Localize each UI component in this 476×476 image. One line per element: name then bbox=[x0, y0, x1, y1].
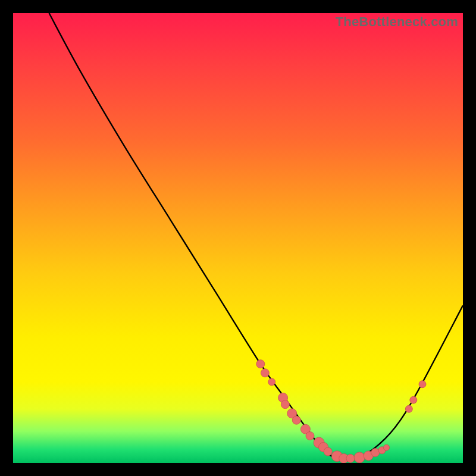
marker-dot bbox=[256, 360, 265, 368]
marker-dot bbox=[281, 400, 289, 409]
watermark-text: TheBottleneck.com bbox=[336, 14, 458, 30]
marker-dot bbox=[300, 424, 310, 434]
marker-dot bbox=[292, 416, 300, 424]
marker-dot bbox=[324, 447, 332, 456]
marker-dot bbox=[331, 451, 342, 462]
marker-dot bbox=[371, 449, 380, 457]
marker-dot bbox=[339, 453, 349, 463]
plot-area: TheBottleneck.com bbox=[13, 13, 463, 463]
marker-dot bbox=[268, 378, 275, 386]
marker-dot bbox=[354, 452, 365, 463]
bottleneck-curve bbox=[49, 13, 464, 461]
marker-dot bbox=[364, 451, 373, 461]
chart-viewport: { "watermark": "TheBottleneck.com", "cha… bbox=[0, 0, 476, 476]
marker-dot bbox=[384, 444, 390, 450]
marker-dot bbox=[419, 381, 426, 388]
marker-dot bbox=[261, 369, 269, 377]
marker-dot bbox=[378, 447, 386, 454]
marker-dot bbox=[405, 405, 412, 412]
marker-dots bbox=[256, 360, 426, 463]
marker-dot bbox=[306, 432, 314, 440]
marker-dot bbox=[314, 437, 324, 448]
marker-dot bbox=[319, 443, 328, 452]
marker-dot bbox=[278, 393, 288, 402]
marker-dot bbox=[410, 396, 417, 403]
marker-dot bbox=[346, 454, 355, 462]
marker-dot bbox=[287, 409, 297, 418]
chart-overlay-svg bbox=[13, 13, 463, 463]
